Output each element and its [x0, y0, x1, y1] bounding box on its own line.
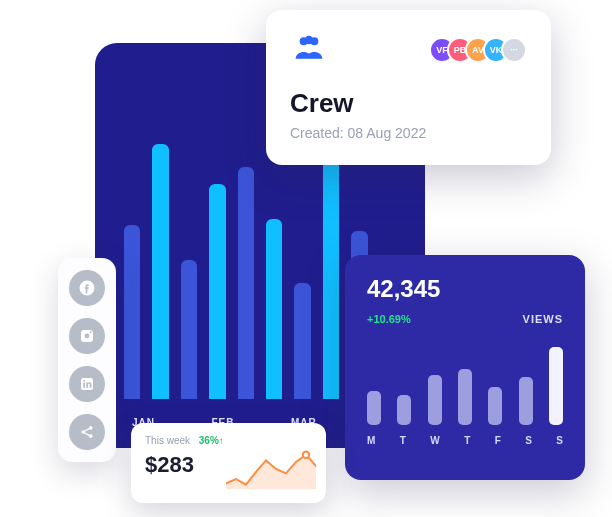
- views-total: 42,345: [367, 275, 563, 303]
- social-dock: [58, 258, 116, 462]
- day-label: M: [367, 435, 375, 446]
- svg-point-5: [90, 331, 92, 333]
- day-label: S: [556, 435, 563, 446]
- bar: [294, 283, 310, 399]
- revenue-card[interactable]: This week 36%↑ $283: [131, 423, 326, 503]
- views-bar: [397, 395, 411, 425]
- views-bars-area: [367, 345, 563, 425]
- bar: [266, 219, 282, 399]
- views-bar: [367, 391, 381, 425]
- bar: [152, 144, 168, 399]
- day-label: F: [495, 435, 501, 446]
- day-label: W: [430, 435, 439, 446]
- views-bar: [458, 369, 472, 425]
- svg-point-12: [303, 452, 309, 458]
- crew-created-label: Created: 08 Aug 2022: [290, 125, 527, 141]
- svg-point-4: [85, 334, 90, 339]
- bar: [124, 225, 140, 399]
- revenue-sparkline: [226, 449, 316, 489]
- views-bar: [428, 375, 442, 425]
- svg-point-8: [83, 380, 85, 382]
- views-panel: 42,345 +10.69% VIEWS MTWTFSS: [345, 255, 585, 480]
- svg-point-2: [305, 36, 314, 45]
- revenue-period: This week: [145, 435, 190, 446]
- avatar-stack[interactable]: VFPBAVVK···: [437, 37, 527, 63]
- avatar[interactable]: ···: [501, 37, 527, 63]
- views-bar: [519, 377, 533, 425]
- revenue-pct: 36%: [199, 435, 219, 446]
- views-pct: +10.69%: [367, 313, 411, 325]
- bar: [238, 167, 254, 399]
- bar: [181, 260, 197, 399]
- crew-title: Crew: [290, 88, 527, 119]
- crew-card[interactable]: VFPBAVVK··· Crew Created: 08 Aug 2022: [266, 10, 551, 165]
- day-label: T: [400, 435, 406, 446]
- people-icon: [290, 32, 328, 68]
- revenue-period-row: This week 36%↑: [145, 435, 312, 446]
- day-label: S: [525, 435, 532, 446]
- up-arrow-icon: ↑: [219, 435, 224, 446]
- svg-rect-7: [83, 383, 85, 388]
- bar: [323, 132, 339, 399]
- views-label: VIEWS: [523, 313, 563, 325]
- share-icon[interactable]: [69, 414, 105, 450]
- bar: [209, 184, 225, 399]
- views-x-axis: MTWTFSS: [367, 435, 563, 446]
- instagram-icon[interactable]: [69, 318, 105, 354]
- facebook-icon[interactable]: [69, 270, 105, 306]
- linkedin-icon[interactable]: [69, 366, 105, 402]
- day-label: T: [464, 435, 470, 446]
- views-bar: [549, 347, 563, 425]
- views-bar: [488, 387, 502, 425]
